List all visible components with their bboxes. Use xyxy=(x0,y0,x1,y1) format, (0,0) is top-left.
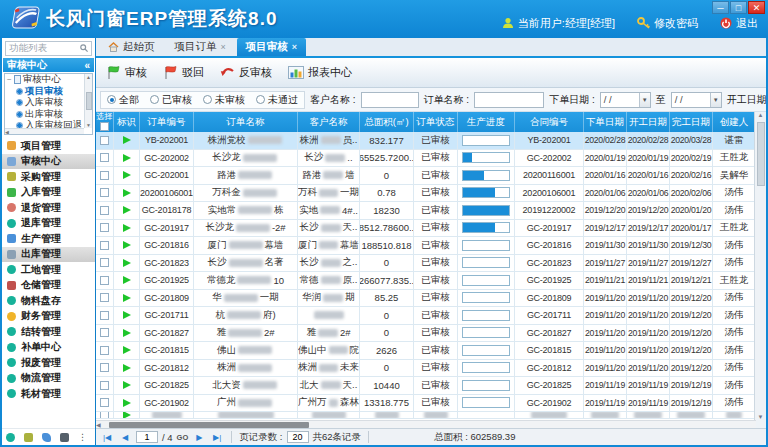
grid-vscroll-thumb[interactable] xyxy=(757,122,765,186)
row-checkbox[interactable] xyxy=(100,311,109,320)
table-row[interactable]: GC-201827雅2#雅2#0已审核GC-2018272019/11/2020… xyxy=(96,325,756,343)
scroll-up-icon[interactable]: ▲ xyxy=(758,112,764,118)
row-checkbox[interactable] xyxy=(100,188,109,197)
radio-icon[interactable] xyxy=(150,95,159,104)
row-checkbox[interactable] xyxy=(100,223,109,232)
row-checkbox[interactable] xyxy=(100,412,109,419)
book-icon[interactable] xyxy=(60,433,69,442)
table-row[interactable]: YB-202001株洲党校株洲员..832.177已审核YB-202001202… xyxy=(96,132,756,150)
maximize-button[interactable]: □ xyxy=(730,1,747,14)
table-row[interactable]: GC-201823长沙名著长沙之..0已审核GC-2018232019/11/2… xyxy=(96,255,756,273)
sidebar-item-gear-blue[interactable]: 生产管理 xyxy=(2,231,95,247)
row-checkbox[interactable] xyxy=(100,346,109,355)
cart-icon[interactable] xyxy=(24,433,33,442)
row-checkbox[interactable] xyxy=(100,328,109,337)
row-checkbox[interactable] xyxy=(100,136,109,145)
sidebar-item-coin-yellow[interactable]: 财务管理 xyxy=(2,309,95,325)
scroll-down-icon[interactable]: ▼ xyxy=(86,122,91,128)
tree-vertical-scrollbar[interactable]: ▲ ▼ xyxy=(84,74,92,128)
table-row[interactable]: GC-201902广州广州万森林13318.775已审核GC-201902201… xyxy=(96,395,756,413)
sidebar-item-dot-teal[interactable]: 耗材管理 xyxy=(2,386,95,402)
tree-scroll-thumb[interactable] xyxy=(86,92,92,110)
radio-icon[interactable] xyxy=(203,95,212,104)
scroll-left-icon[interactable]: ◀ xyxy=(5,129,9,135)
toolbar-button-arrow-red[interactable]: 反审核 xyxy=(220,65,272,80)
sidebar-item-home-red[interactable]: 仓储管理 xyxy=(2,278,95,294)
first-page-button[interactable]: |◀ xyxy=(100,431,114,444)
row-checkbox[interactable] xyxy=(100,381,109,390)
row-checkbox[interactable] xyxy=(100,153,109,162)
row-checkbox[interactable] xyxy=(100,276,109,285)
scroll-left-icon[interactable]: ◀ xyxy=(96,421,101,428)
sidebar-item-building[interactable]: 出库管理 xyxy=(2,247,95,263)
table-row[interactable]: GC-201816厦门幕墙厦门幕墙188510.818已审核GC-2018162… xyxy=(96,237,756,255)
table-row[interactable]: GC-2018178实地常栋实地4#..18230已审核201912200022… xyxy=(96,202,756,220)
toolbar-button-flag-green[interactable]: 审核 xyxy=(106,65,147,80)
sidebar-item-dot-teal[interactable]: 退库管理 xyxy=(2,216,95,232)
chevron-down-icon[interactable]: ▼ xyxy=(710,93,721,107)
status-radio-未通过[interactable]: 未通过 xyxy=(256,93,298,107)
row-checkbox[interactable] xyxy=(100,398,109,407)
status-radio-全部[interactable]: 全部 xyxy=(107,93,139,107)
overflow-icon[interactable]: ⋮ xyxy=(78,433,87,442)
tab-项目审核[interactable]: 项目审核× xyxy=(237,38,306,56)
scroll-up-icon[interactable]: ▲ xyxy=(86,74,91,80)
sidebar-panel-header[interactable]: 审核中心 « xyxy=(3,58,94,72)
grid-horizontal-scrollbar[interactable]: ◀ xyxy=(96,420,756,428)
select-all-checkbox[interactable] xyxy=(100,122,109,131)
row-checkbox[interactable] xyxy=(100,363,109,372)
row-checkbox[interactable] xyxy=(100,258,109,267)
radio-icon[interactable] xyxy=(256,95,265,104)
customer-name-input[interactable] xyxy=(361,92,419,108)
table-row[interactable]: GC-201815佛山佛山中院2626已审核GC-2018152019/11/2… xyxy=(96,342,756,360)
grid-vertical-scrollbar[interactable]: ▲ ▼ xyxy=(754,112,766,420)
order-date-from-input[interactable]: / /▼ xyxy=(600,92,651,108)
page-size-input[interactable] xyxy=(287,431,309,443)
row-checkbox[interactable] xyxy=(100,206,109,215)
status-radio-未审核[interactable]: 未审核 xyxy=(203,93,245,107)
status-radio-已审核[interactable]: 已审核 xyxy=(150,93,192,107)
close-tab-icon[interactable]: × xyxy=(221,43,226,52)
order-name-input[interactable] xyxy=(474,92,544,108)
next-page-button[interactable]: ▶ xyxy=(192,431,206,444)
table-row[interactable]: GC-201925常德龙10常德原..266077.835..已审核GC-201… xyxy=(96,272,756,290)
chevron-down-icon[interactable]: ▼ xyxy=(639,93,650,107)
go-button[interactable]: GO xyxy=(177,433,189,442)
table-row[interactable]: GC-202001路港路港墙0已审核202001160012020/01/162… xyxy=(96,167,756,185)
sidebar-item-dot-teal[interactable]: 报废管理 xyxy=(2,355,95,371)
table-row[interactable]: GC-201809华一期华润期85.25已审核GC-2018092019/11/… xyxy=(96,290,756,308)
sidebar-item-cart-gray[interactable]: 采购管理 xyxy=(2,169,95,185)
sidebar-item-dot-teal[interactable]: 工地管理 xyxy=(2,262,95,278)
table-row[interactable]: GC-202002长沙龙长沙..65525.7200..已审核GC-202002… xyxy=(96,150,756,168)
row-checkbox[interactable] xyxy=(100,171,109,180)
scroll-down-icon[interactable]: ▼ xyxy=(758,414,764,420)
tab-起始页[interactable]: 起始页 xyxy=(99,38,164,56)
table-row[interactable]: GC-201917长沙龙-2#长沙天..8512.78600..已审核GC-20… xyxy=(96,220,756,238)
sidebar-item-dot-red[interactable]: 退货管理 xyxy=(2,200,95,216)
leaf-icon[interactable] xyxy=(42,433,51,442)
module-dot-icon[interactable] xyxy=(6,433,15,442)
tree-collapse-icon[interactable]: − xyxy=(7,75,12,84)
row-checkbox[interactable] xyxy=(100,241,109,250)
sidebar-item-dot-teal[interactable]: 结转管理 xyxy=(2,324,95,340)
radio-icon[interactable] xyxy=(107,95,116,104)
function-search-input[interactable]: 功能列表 xyxy=(5,41,92,56)
sidebar-item-dot-teal[interactable]: 补单中心 xyxy=(2,340,95,356)
grid-hscroll-thumb[interactable] xyxy=(109,422,309,428)
table-row[interactable]: GC-201812株洲株洲未来0已审核GC-2018122019/11/2020… xyxy=(96,360,756,378)
minimize-button[interactable]: ─ xyxy=(712,1,729,14)
sidebar-item-dot-teal[interactable]: 物流管理 xyxy=(2,371,95,387)
row-checkbox[interactable] xyxy=(100,293,109,302)
toolbar-button-flag-red[interactable]: 驳回 xyxy=(163,65,204,80)
close-tab-icon[interactable]: × xyxy=(292,43,297,52)
last-page-button[interactable]: ▶| xyxy=(210,431,224,444)
sidebar-item-cart-green[interactable]: 入库管理 xyxy=(2,185,95,201)
tree-item[interactable]: 入库审核回退 xyxy=(5,120,84,128)
toolbar-button-chart[interactable]: 报表中心 xyxy=(288,65,352,80)
sidebar-item-dot-teal[interactable]: 物料盘存 xyxy=(2,293,95,309)
tab-项目订单[interactable]: 项目订单× xyxy=(166,38,235,56)
table-row[interactable]: 20200106001万科金万科一期0.78已审核202001060012020… xyxy=(96,185,756,203)
close-button[interactable]: ✕ xyxy=(748,1,765,14)
tree-horizontal-scrollbar[interactable]: ◀ xyxy=(5,128,84,134)
collapse-icon[interactable]: « xyxy=(84,60,90,71)
